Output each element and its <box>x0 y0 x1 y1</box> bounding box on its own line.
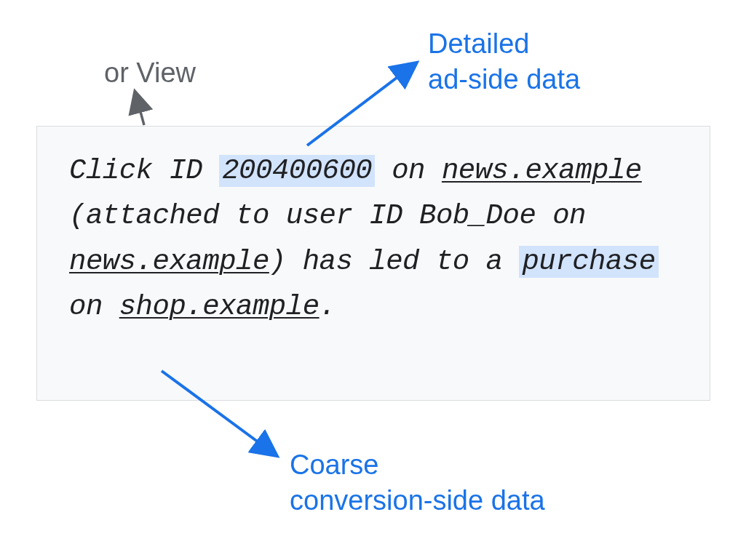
text-attached: (attached to user ID Bob_Doe on <box>69 200 586 232</box>
shop-site: shop.example <box>119 291 320 323</box>
coarse-line2: conversion-side data <box>290 483 545 519</box>
detailed-line1: Detailed <box>428 26 580 62</box>
purchase-action: purchase <box>519 246 658 278</box>
text-period: . <box>320 291 336 323</box>
text-click-id-prefix: Click ID <box>69 155 219 187</box>
text-on-2: on <box>69 291 119 323</box>
report-text: Click ID 200400600 on news.example (atta… <box>69 148 678 330</box>
attribution-diagram: or View Detailed ad-side data Click ID 2… <box>0 0 754 560</box>
detailed-line2: ad-side data <box>428 62 580 97</box>
detailed-ad-side-label: Detailed ad-side data <box>428 26 580 98</box>
report-content-box: Click ID 200400600 on news.example (atta… <box>36 126 710 401</box>
news-site-2: news.example <box>69 246 269 278</box>
click-id-value: 200400600 <box>219 155 375 187</box>
coarse-line1: Coarse <box>290 447 545 483</box>
arrow-to-view <box>135 93 144 125</box>
text-has-led: ) has led to a <box>269 246 520 278</box>
or-view-label: or View <box>104 57 196 89</box>
news-site-1: news.example <box>442 155 642 187</box>
coarse-conversion-label: Coarse conversion-side data <box>290 447 545 519</box>
text-on-1: on <box>375 155 442 187</box>
